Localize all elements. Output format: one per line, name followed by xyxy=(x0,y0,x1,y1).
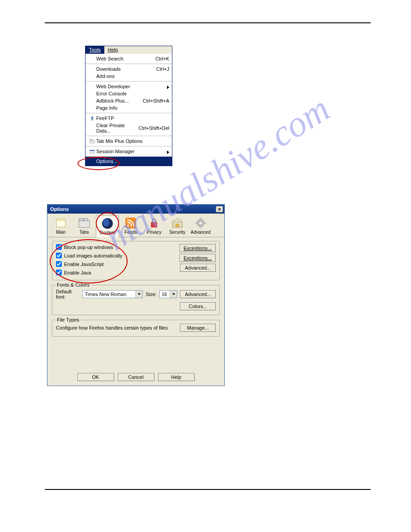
dialog-title: Options xyxy=(50,206,216,212)
tab-label: Content xyxy=(96,230,119,235)
svg-rect-15 xyxy=(151,222,157,227)
help-button[interactable]: Help xyxy=(158,373,195,381)
default-font-select[interactable]: Times New Roman xyxy=(82,290,143,298)
svg-rect-2 xyxy=(90,140,95,143)
group-label: File Types xyxy=(56,317,81,322)
submenu-arrow-icon xyxy=(167,86,169,89)
menu-item-error-console[interactable]: Error Console xyxy=(86,90,172,97)
advanced-button[interactable]: Advanced... xyxy=(180,264,216,272)
tabs-icon xyxy=(78,217,90,229)
size-label: Size: xyxy=(146,292,156,297)
svg-rect-13 xyxy=(125,218,136,228)
advanced-fonts-button[interactable]: Advanced... xyxy=(180,290,216,298)
enable-js-checkbox[interactable] xyxy=(56,261,62,267)
tab-privacy[interactable]: Privacy xyxy=(142,215,166,237)
menu-item-downloads[interactable]: Downloads Ctrl+J xyxy=(86,65,172,73)
svg-rect-8 xyxy=(79,220,90,227)
dropdown-arrow-icon xyxy=(135,291,142,298)
close-button[interactable]: ✕ xyxy=(216,206,223,212)
dialog-buttons: OK Cancel Help xyxy=(47,370,224,386)
check-label: Load images automatically xyxy=(64,253,180,258)
check-label: Block pop-up windows xyxy=(64,245,180,250)
tab-content[interactable]: Content xyxy=(96,215,119,237)
menu-item-tabmix[interactable]: Tab Mix Plus Options xyxy=(86,137,172,145)
menu-item-page-info[interactable]: Page Info xyxy=(86,104,172,112)
file-types-text: Configure how Firefox handles certain ty… xyxy=(56,325,180,330)
exceptions-button[interactable]: Exceptions... xyxy=(180,244,216,252)
file-types-group: File Types Configure how Firefox handles… xyxy=(52,320,220,337)
bottom-rule xyxy=(45,489,371,490)
help-tab[interactable]: Help xyxy=(104,46,122,54)
submenu-arrow-icon xyxy=(167,150,169,154)
svg-rect-9 xyxy=(79,219,83,221)
tools-menu: Tools Help Web Search Ctrl+K Downloads C… xyxy=(85,46,172,166)
menu-item-web-developer[interactable]: Web Developer xyxy=(86,83,172,90)
content-checks-group: Block pop-up windows Load images automat… xyxy=(52,241,220,280)
svg-rect-23 xyxy=(204,223,206,224)
svg-rect-3 xyxy=(90,139,92,140)
font-size-select[interactable]: 16 xyxy=(159,290,177,298)
menu-bar: Tools Help xyxy=(86,46,172,54)
cancel-button[interactable]: Cancel xyxy=(118,373,154,381)
gear-icon xyxy=(194,217,207,229)
tab-label: Feeds xyxy=(119,230,142,235)
select-value: 16 xyxy=(162,292,170,297)
security-icon xyxy=(171,217,184,229)
content-icon xyxy=(101,218,114,229)
enable-java-checkbox[interactable] xyxy=(56,270,62,275)
menu-item-options[interactable]: Options... xyxy=(86,157,172,166)
tab-label: Main xyxy=(49,230,73,235)
titlebar: Options ✕ xyxy=(47,205,224,214)
block-popups-checkbox[interactable] xyxy=(56,244,62,250)
tab-security[interactable]: Security xyxy=(166,215,189,237)
options-toolbar: Main Tabs Content Feeds xyxy=(47,214,224,237)
svg-point-14 xyxy=(127,225,129,227)
tab-feeds[interactable]: Feeds xyxy=(119,215,142,237)
exceptions-button[interactable]: Exceptions... xyxy=(180,254,216,262)
menu-item-clear-private[interactable]: Clear Private Data... Ctrl+Shift+Del xyxy=(86,122,172,134)
select-value: Times New Roman xyxy=(85,292,135,297)
svg-rect-5 xyxy=(90,150,95,151)
tab-label: Security xyxy=(166,230,189,235)
menu-item-adblock[interactable]: Adblock Plus... Ctrl+Shift+A xyxy=(86,97,172,104)
privacy-icon xyxy=(148,217,160,229)
svg-rect-1 xyxy=(92,119,93,120)
load-images-checkbox[interactable] xyxy=(56,253,62,258)
tools-tab[interactable]: Tools xyxy=(86,46,104,54)
feeds-icon xyxy=(124,217,137,229)
tab-main[interactable]: Main xyxy=(49,215,73,237)
colors-button[interactable]: Colors... xyxy=(180,302,216,310)
options-dialog: Options ✕ Main Tabs Content xyxy=(47,204,225,386)
tabs-icon xyxy=(88,139,96,143)
top-rule xyxy=(45,22,371,23)
menu-item-web-search[interactable]: Web Search Ctrl+K xyxy=(86,55,172,62)
manage-button[interactable]: Manage... xyxy=(180,324,216,332)
check-label: Enable Java xyxy=(64,270,180,275)
session-icon xyxy=(88,149,96,154)
svg-point-12 xyxy=(103,219,109,227)
check-label: Enable JavaScript xyxy=(64,262,180,267)
svg-rect-21 xyxy=(200,227,201,228)
svg-rect-17 xyxy=(176,224,179,227)
svg-rect-10 xyxy=(84,219,88,221)
tab-label: Tabs xyxy=(73,230,96,235)
tab-label: Privacy xyxy=(142,230,166,235)
dropdown-arrow-icon xyxy=(170,291,177,298)
default-font-label: Default font: xyxy=(56,289,80,300)
main-icon xyxy=(55,217,67,229)
tab-tabs[interactable]: Tabs xyxy=(73,215,96,237)
menu-item-addons[interactable]: Add-ons xyxy=(86,73,172,80)
menu-item-session-manager[interactable]: Session Manager xyxy=(86,148,172,155)
group-label: Fonts & Colors xyxy=(56,282,91,287)
svg-rect-22 xyxy=(195,223,197,224)
menu-item-fireftp[interactable]: FireFTP xyxy=(86,115,172,122)
fonts-colors-group: Fonts & Colors Default font: Times New R… xyxy=(52,285,220,315)
svg-rect-7 xyxy=(56,219,65,221)
fireftp-icon xyxy=(88,116,96,121)
tab-label: Advanced xyxy=(189,230,212,235)
svg-rect-20 xyxy=(200,218,201,219)
svg-point-19 xyxy=(199,222,202,225)
tab-advanced[interactable]: Advanced xyxy=(189,215,212,237)
ok-button[interactable]: OK xyxy=(77,373,114,381)
